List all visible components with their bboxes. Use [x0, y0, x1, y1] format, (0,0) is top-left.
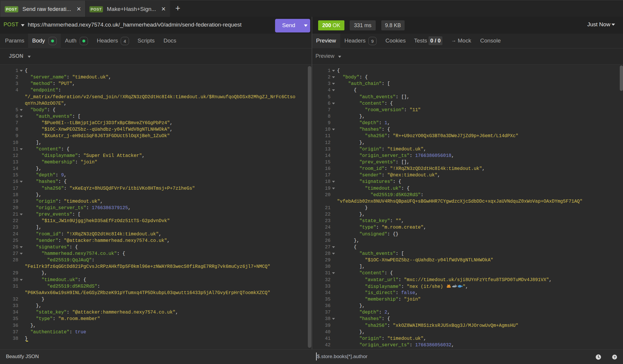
svg-text:?: ?	[614, 355, 616, 359]
